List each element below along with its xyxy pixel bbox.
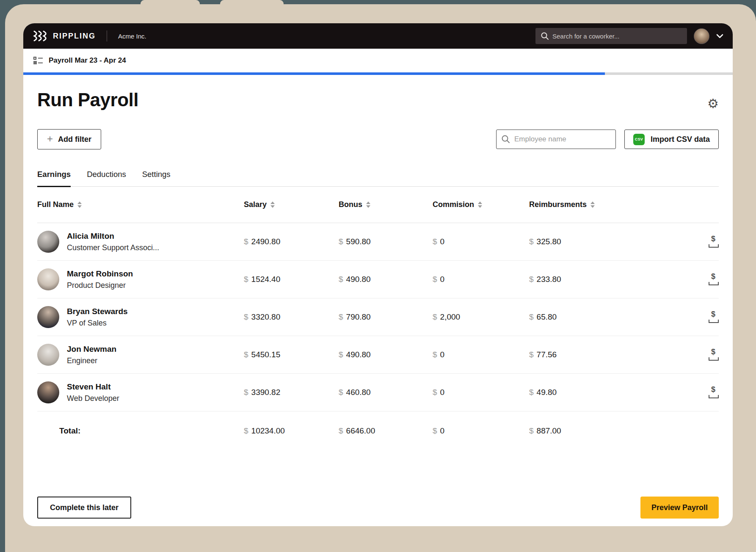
employee-name: Jon Newman — [67, 345, 116, 354]
plus-icon: + — [47, 134, 53, 144]
commission-value: $0 — [433, 350, 529, 359]
add-filter-button[interactable]: + Add filter — [37, 129, 101, 149]
commission-value: $0 — [433, 388, 529, 397]
app-window: RIPPLING Acme Inc. Payroll Mar 23 - Apr … — [23, 23, 733, 526]
table-total-row: Total: $10234.00 $6646.00 $0 $887.00 — [37, 411, 719, 450]
salary-value: $2490.80 — [244, 237, 339, 246]
brand: RIPPLING Acme Inc. — [33, 30, 146, 41]
employee-name: Margot Robinson — [67, 269, 133, 279]
search-icon — [541, 32, 549, 42]
reimbursement-value: $77.56 — [529, 350, 706, 359]
page-title: Run Payroll — [37, 89, 138, 110]
window-tab-shape — [141, 0, 200, 6]
complete-later-button[interactable]: Complete this later — [37, 497, 131, 519]
employee-name: Steven Halt — [67, 382, 119, 392]
import-csv-button[interactable]: CSV Import CSV data — [624, 130, 719, 149]
pay-export-icon[interactable]: $ — [709, 273, 719, 285]
employee-name: Alicia Milton — [67, 232, 159, 241]
employee-avatar — [37, 231, 59, 253]
breadcrumb: Payroll Mar 23 - Apr 24 — [23, 49, 733, 72]
salary-value: $5450.15 — [244, 350, 339, 359]
preview-payroll-button[interactable]: Preview Payroll — [640, 497, 719, 519]
gear-icon[interactable]: ⚙ — [707, 97, 719, 110]
column-header-salary[interactable]: Salary — [244, 200, 339, 209]
table-row: Jon Newman Engineer $5450.15 $490.80 $0 … — [37, 336, 719, 374]
salary-value: $3390.82 — [244, 388, 339, 397]
window-tab-shape — [220, 0, 284, 6]
column-header-bonus[interactable]: Bonus — [339, 200, 433, 209]
bonus-value: $490.80 — [339, 350, 433, 359]
divider — [107, 30, 107, 41]
table-row: Steven Halt Web Developer $3390.82 $460.… — [37, 374, 719, 411]
employee-avatar — [37, 306, 59, 328]
table-row: Bryan Stewards VP of Sales $3320.80 $790… — [37, 298, 719, 336]
tab-earnings[interactable]: Earnings — [37, 170, 71, 187]
brand-wordmark: RIPPLING — [53, 32, 96, 41]
table-row: Alicia Milton Customer Support Associ...… — [37, 223, 719, 261]
employee-title: Customer Support Associ... — [67, 243, 159, 252]
employee-name-search-input[interactable] — [496, 130, 616, 149]
pay-export-icon[interactable]: $ — [709, 386, 719, 398]
total-reimbursement: $887.00 — [529, 426, 706, 436]
total-bonus: $6646.00 — [339, 426, 433, 436]
employee-title: VP of Sales — [67, 319, 128, 328]
salary-value: $3320.80 — [244, 312, 339, 322]
employee-avatar — [37, 268, 59, 290]
reimbursement-value: $65.80 — [529, 312, 706, 322]
employee-name: Bryan Stewards — [67, 307, 128, 316]
total-label: Total: — [37, 426, 80, 435]
employee-title: Web Developer — [67, 394, 119, 403]
total-salary: $10234.00 — [244, 426, 339, 436]
table-row: Margot Robinson Product Designer $1524.4… — [37, 261, 719, 298]
tab-bar: Earnings Deductions Settings — [37, 170, 719, 187]
bonus-value: $590.80 — [339, 237, 433, 246]
sort-icon — [590, 201, 595, 208]
company-name: Acme Inc. — [118, 33, 146, 40]
employee-title: Product Designer — [67, 281, 133, 290]
sort-icon — [77, 201, 82, 208]
commission-value: $0 — [433, 237, 529, 246]
csv-file-icon: CSV — [633, 134, 645, 145]
reimbursement-value: $233.80 — [529, 275, 706, 284]
column-header-commission[interactable]: Commision — [433, 200, 529, 209]
bonus-value: $490.80 — [339, 275, 433, 284]
pay-export-icon[interactable]: $ — [709, 349, 719, 361]
tab-settings[interactable]: Settings — [142, 170, 171, 186]
table-header-row: Full Name Salary Bonus Commision Reimbur… — [37, 187, 719, 223]
sort-icon — [366, 201, 370, 208]
coworker-search-input[interactable] — [535, 28, 687, 44]
commission-value: $0 — [433, 275, 529, 284]
employee-title: Engineer — [67, 356, 116, 365]
column-header-full-name[interactable]: Full Name — [37, 200, 244, 209]
bonus-value: $460.80 — [339, 388, 433, 397]
chevron-down-icon[interactable] — [716, 34, 723, 39]
user-avatar[interactable] — [694, 28, 709, 44]
total-commission: $0 — [433, 426, 529, 436]
sort-icon — [478, 201, 482, 208]
search-icon — [501, 135, 510, 146]
top-navigation-bar: RIPPLING Acme Inc. — [23, 23, 733, 49]
reimbursement-value: $49.80 — [529, 388, 706, 397]
bonus-value: $790.80 — [339, 312, 433, 322]
rippling-logo-icon — [33, 30, 48, 41]
reimbursement-value: $325.80 — [529, 237, 706, 246]
tab-deductions[interactable]: Deductions — [87, 170, 126, 186]
salary-value: $1524.40 — [244, 275, 339, 284]
commission-value: $2,000 — [433, 312, 529, 322]
employee-avatar — [37, 381, 59, 403]
column-header-reimbursements[interactable]: Reimbursments — [529, 200, 706, 209]
breadcrumb-label: Payroll Mar 23 - Apr 24 — [49, 56, 126, 65]
sort-icon — [270, 201, 275, 208]
employee-avatar — [37, 344, 59, 366]
pay-export-icon[interactable]: $ — [709, 311, 719, 323]
pay-export-icon[interactable]: $ — [709, 236, 719, 248]
payroll-list-icon — [33, 57, 43, 64]
